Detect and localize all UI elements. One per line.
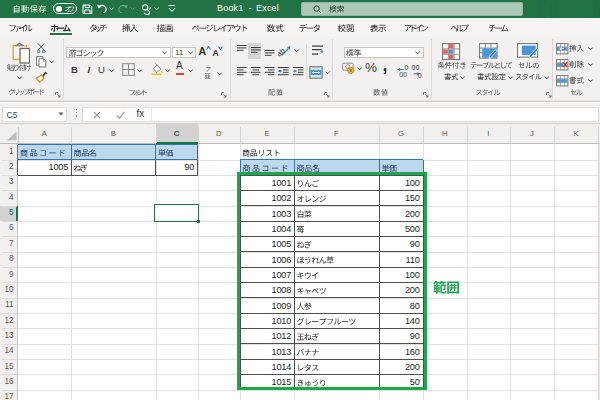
svg-text:00: 00 (412, 64, 420, 71)
svg-text:0: 0 (418, 72, 422, 78)
svg-text:0: 0 (404, 64, 408, 71)
svg-text:00: 00 (399, 71, 407, 78)
